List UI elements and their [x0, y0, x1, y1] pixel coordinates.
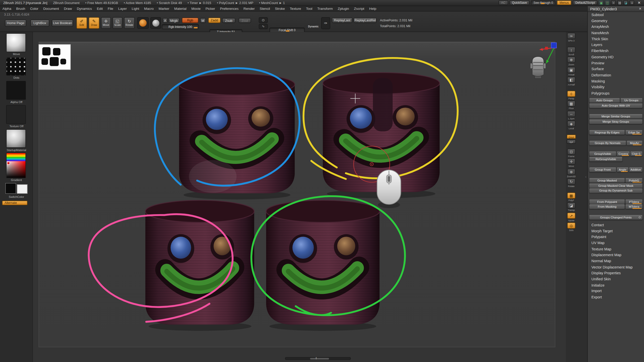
brush-picker-thumbnail[interactable]	[6, 33, 26, 52]
menu-item-document[interactable]: Document	[41, 7, 61, 11]
list-icon[interactable]: ▤	[618, 1, 622, 5]
menu-item-macro[interactable]: Macro	[142, 7, 156, 11]
right-shelf-lsym[interactable]: ⇔L.Sym	[567, 111, 576, 120]
a-button[interactable]: A	[163, 18, 168, 23]
section-subtool[interactable]: Subtool	[588, 12, 644, 18]
menu-item-zscript[interactable]: Zscript	[351, 7, 367, 11]
m-button[interactable]: M	[200, 18, 206, 23]
section-layers[interactable]: Layers	[588, 42, 644, 48]
section-initialize[interactable]: Initialize	[588, 282, 644, 288]
quicksave-button[interactable]: QuickSave	[509, 1, 529, 5]
menu-item-preferences[interactable]: Preferences	[218, 7, 241, 11]
menu-item-color[interactable]: Color	[28, 7, 41, 11]
close-window-icon[interactable]: ✕	[636, 1, 642, 5]
zadd-button[interactable]: Zadd	[208, 18, 221, 23]
menu-item-render[interactable]: Render	[241, 7, 257, 11]
mrgb-button[interactable]: Mrgb	[168, 18, 179, 23]
stroke-curve-icon[interactable]: ⊙	[259, 17, 268, 23]
group-front-button[interactable]: Group Front	[589, 167, 616, 172]
lazy-mouse-icon[interactable]: ✑	[321, 17, 330, 29]
right-shelf-qxyz[interactable]: Qxyz	[567, 134, 576, 139]
groups-by-normals-button[interactable]: Groups By Normals	[589, 141, 626, 145]
canvas-horizontal-scrollbar[interactable]: ▲▼	[285, 357, 351, 360]
menu-item-texture[interactable]: Texture	[287, 7, 303, 11]
material-picker-thumbnail[interactable]	[6, 129, 26, 148]
section-fibermesh[interactable]: FiberMesh	[588, 48, 644, 54]
teal-panel-icon[interactable]: ◪	[624, 1, 628, 5]
dynamic-label[interactable]: Dynamic	[308, 25, 318, 28]
zcut-button[interactable]: Zcut	[239, 18, 251, 23]
p-tolerance-slider[interactable]: PTolera	[626, 199, 642, 204]
viewport-canvas[interactable]	[33, 32, 566, 362]
uv-groups-button[interactable]: Uv Groups	[620, 98, 642, 103]
rgb-intensity-notch[interactable]	[194, 27, 198, 28]
coverage-slider[interactable]: Covera	[617, 152, 630, 156]
menu-item-edit[interactable]: Edit	[94, 7, 105, 11]
section-normal-map[interactable]: Normal Map	[588, 258, 644, 264]
menus-button[interactable]: Menus	[557, 1, 571, 5]
menu-item-movie[interactable]: Movie	[189, 7, 203, 11]
polish-slider[interactable]: PolishG	[626, 178, 642, 183]
tray-toggle-arrows[interactable]: ▲▼	[315, 357, 317, 360]
from-masking-button[interactable]: From Masking	[589, 204, 625, 209]
section-unified-skin[interactable]: Unified Skin	[588, 276, 644, 282]
group-masked-clear-mask-button[interactable]: Group Masked Clear Mask	[589, 183, 642, 188]
section-deformation[interactable]: Deformation	[588, 72, 644, 78]
lightbox-button[interactable]: LightBox	[30, 20, 49, 27]
right-shelf-transp[interactable]: ◪Transp	[567, 202, 576, 211]
right-shelf-xyz[interactable]: xyz	[567, 140, 576, 144]
section-preview[interactable]: Preview	[588, 60, 644, 66]
see-through-slider[interactable]: See-through 0	[531, 1, 555, 5]
secondary-color-swatch[interactable]	[17, 184, 27, 194]
right-shelf-polyf[interactable]: ▦PolyF	[567, 192, 576, 201]
rgb-intensity-slider[interactable]: Rgb Intensity 100	[162, 24, 199, 29]
tool-palette-header[interactable]: PM3D_Cylinder3 ✕	[588, 6, 644, 12]
see-through-notch[interactable]	[541, 3, 545, 4]
menu-item-layer[interactable]: Layer	[116, 7, 129, 11]
cylinder-bottom-left[interactable]	[145, 200, 254, 325]
auto-groups-with-uv-button[interactable]: Auto Groups With UV	[589, 103, 642, 108]
edge-sensitivity-slider[interactable]: Edge Se	[626, 130, 642, 134]
menu-item-dynamics[interactable]: Dynamics	[74, 7, 95, 11]
merge-similar-groups-button[interactable]: Merge Similar Groups	[589, 114, 642, 119]
edit-mode-button[interactable]: ✐Edit	[76, 17, 87, 29]
right-shelf-floor[interactable]: ▦Floor	[567, 101, 576, 110]
right-shelf-actual[interactable]: ▣Actual	[567, 67, 576, 76]
from-polypaint-button[interactable]: From Polypaint	[589, 199, 625, 204]
section-geometry[interactable]: Geometry	[588, 18, 644, 24]
section-masking[interactable]: Masking	[588, 78, 644, 84]
cluster-slider[interactable]: Clstr 0.	[631, 152, 642, 156]
section-polygroups[interactable]: Polygroups	[588, 90, 644, 96]
ac-button[interactable]: AC	[499, 1, 508, 5]
stroke-picker-thumbnail[interactable]	[6, 58, 26, 76]
alpha-picker-thumbnail[interactable]	[6, 81, 26, 100]
menu-item-stencil[interactable]: Stencil	[257, 7, 272, 11]
right-shelf-spix[interactable]: ✑ SPix 3	[567, 33, 576, 42]
right-shelf-move[interactable]: ✛Move	[567, 158, 576, 167]
section-visibility[interactable]: Visibility	[588, 84, 644, 90]
camera-gnomon-head[interactable]	[530, 57, 546, 78]
viewport[interactable]: ▲▼	[33, 32, 566, 362]
move-mode-button[interactable]: ✛Move	[101, 17, 111, 29]
color-picker-widget[interactable]	[6, 153, 26, 178]
right-shelf-solo[interactable]: ◎Solo	[567, 222, 576, 232]
group-visible-button[interactable]: GroupVisible	[589, 152, 616, 156]
section-nanomesh[interactable]: NanoMesh	[588, 30, 644, 36]
section-polypaint[interactable]: Polypaint	[588, 234, 644, 240]
section-contact[interactable]: Contact	[588, 222, 644, 228]
current-brush-thumbnail[interactable]	[137, 17, 149, 29]
draw-mode-button[interactable]: ✎Draw	[89, 17, 99, 29]
menu-item-file[interactable]: File	[105, 7, 116, 11]
merge-stray-groups-button[interactable]: Merge Stray Groups	[589, 119, 642, 124]
replay-last-rel-button[interactable]: ReplayLastRel	[354, 18, 377, 23]
current-stroke-thumbnail[interactable]	[150, 17, 161, 29]
document-thumbnail[interactable]	[38, 44, 70, 70]
section-vector-displacement-map[interactable]: Vector Displacement Map	[588, 264, 644, 270]
section-import[interactable]: Import	[588, 288, 644, 294]
alternate-button[interactable]: Alternate	[2, 201, 27, 205]
section-morph-target[interactable]: Morph Target	[588, 228, 644, 234]
green-panel-icon[interactable]: ◫	[605, 1, 610, 5]
section-displacement-map[interactable]: Displacement Map	[588, 252, 644, 258]
texture-picker-thumbnail[interactable]	[6, 105, 26, 124]
menu-item-marker[interactable]: Marker	[156, 7, 172, 11]
